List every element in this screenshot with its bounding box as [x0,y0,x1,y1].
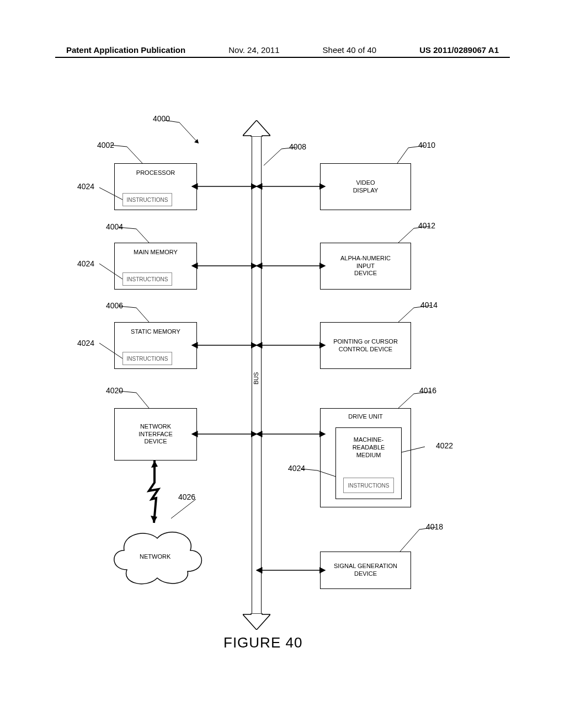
connectors [0,0,565,728]
video-l2: DISPLAY [353,187,379,195]
mrm-l2: READABLE [353,444,385,452]
svg-marker-3 [151,461,158,468]
ref-4002: 4002 [97,141,114,149]
drive-instructions: INSTRUCTIONS [343,478,394,493]
svg-marker-1 [243,613,270,630]
static-memory-instructions: INSTRUCTIONS [122,352,172,365]
svg-marker-2 [151,516,157,523]
ref-4004: 4004 [106,222,123,231]
nid-l2: INTERFACE [138,431,173,438]
ref-4024-a: 4024 [77,182,94,191]
figure-caption: FIGURE 40 [223,634,302,651]
processor-instructions: INSTRUCTIONS [122,193,172,206]
svg-line-41 [400,529,419,552]
ref-4016: 4016 [419,386,436,395]
ref-4000: 4000 [153,114,170,123]
network-label: NETWORK [140,553,170,560]
ani-l2: INPUT [356,263,375,270]
ref-4024-b: 4024 [77,259,94,268]
cursor-l2: CONTROL DEVICE [339,346,392,354]
svg-line-28 [264,149,281,165]
network-interface-device-block: NETWORK INTERFACE DEVICE [114,408,197,461]
nid-l1: NETWORK [140,423,171,431]
nid-l3: DEVICE [145,438,167,446]
mrm-l3: MEDIUM [356,452,381,459]
bus-label: BUS [253,372,259,385]
svg-line-22 [136,308,149,322]
processor-label: PROCESSOR [115,169,196,177]
ref-4024-d: 4024 [288,464,305,473]
svg-line-27 [171,499,196,518]
ref-4022: 4022 [436,441,453,450]
ref-4014: 4014 [420,301,438,309]
ref-4020: 4020 [106,386,123,395]
ani-l1: ALPHA-NUMERIC [340,255,391,263]
svg-line-32 [398,228,414,243]
ref-4010: 4010 [418,141,435,149]
ref-4008: 4008 [289,142,306,151]
static-memory-label: STATIC MEMORY [115,328,196,336]
system-diagram: BUS PROCESSOR INSTRUCTIONS MAIN MEMORY I… [0,0,565,728]
ref-4018: 4018 [426,522,443,531]
ref-4006: 4006 [106,301,123,310]
svg-marker-14 [194,139,199,143]
lightning-icon [146,461,163,527]
cursor-control-block: POINTING or CURSOR CONTROL DEVICE [320,322,411,369]
svg-line-30 [397,148,408,163]
svg-line-19 [136,229,149,243]
svg-line-13 [179,122,199,143]
bus-arrow-bottom [243,613,270,630]
bus-arrow-top [243,120,270,137]
signal-l1: SIGNAL GENERATION [334,563,397,570]
ani-l3: DEVICE [354,270,377,277]
ref-4026: 4026 [178,493,195,501]
alphanumeric-input-block: ALPHA-NUMERIC INPUT DEVICE [320,243,411,290]
drive-unit-label: DRIVE UNIT [321,413,411,421]
svg-line-25 [136,393,149,408]
svg-line-34 [398,308,414,322]
main-memory-instructions: INSTRUCTIONS [122,272,172,286]
signal-generation-block: SIGNAL GENERATION DEVICE [320,552,411,589]
video-display-block: VIDEO DISPLAY [320,163,411,210]
svg-marker-0 [243,120,270,137]
video-l1: VIDEO [356,179,375,187]
signal-l2: DEVICE [354,570,377,578]
ref-4024-c: 4024 [77,339,94,347]
cursor-l1: POINTING or CURSOR [333,338,398,346]
main-memory-label: MAIN MEMORY [115,249,196,256]
mrm-l1: MACHINE- [354,436,383,444]
ref-4012: 4012 [418,221,435,230]
svg-line-36 [398,394,414,408]
svg-line-16 [127,147,142,163]
